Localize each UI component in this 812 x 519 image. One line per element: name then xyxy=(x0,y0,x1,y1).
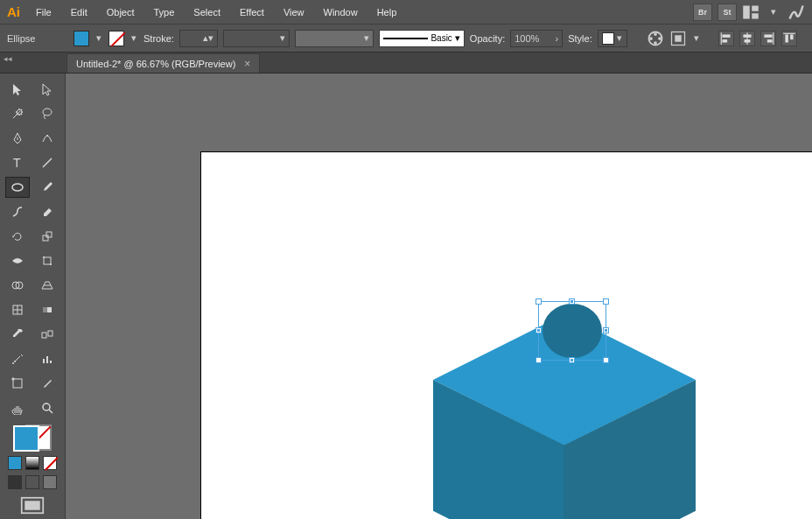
anchor-point[interactable] xyxy=(570,358,574,362)
ellipse-tool[interactable] xyxy=(5,177,30,198)
align-top-button[interactable] xyxy=(781,31,797,46)
width-tool[interactable] xyxy=(5,250,30,271)
menu-edit[interactable]: Edit xyxy=(64,4,94,21)
pencil-tool[interactable] xyxy=(5,201,30,222)
draw-behind-button[interactable] xyxy=(25,475,39,489)
menu-type[interactable]: Type xyxy=(147,4,182,21)
document-tab[interactable]: Untitled-2* @ 66.67% (RGB/Preview) × xyxy=(66,53,260,73)
perspective-grid-tool[interactable] xyxy=(35,275,60,296)
menu-object[interactable]: Object xyxy=(100,4,142,21)
blend-tool[interactable] xyxy=(35,324,60,345)
free-transform-tool[interactable] xyxy=(35,250,60,271)
opacity-label: Opacity: xyxy=(470,33,505,44)
stroke-dropdown-icon[interactable]: ▾ xyxy=(130,31,138,46)
fill-dropdown-icon[interactable]: ▾ xyxy=(94,31,103,46)
shape-builder-tool[interactable] xyxy=(5,275,30,296)
fill-indicator[interactable] xyxy=(13,425,39,452)
color-mode-button[interactable] xyxy=(8,456,22,470)
anchor-point[interactable] xyxy=(536,328,541,333)
svg-rect-17 xyxy=(764,34,772,37)
anchor-point[interactable] xyxy=(570,299,574,304)
align-left-button[interactable] xyxy=(718,31,734,46)
svg-point-26 xyxy=(12,184,23,191)
resize-handle[interactable] xyxy=(603,357,609,363)
arrange-documents-icon[interactable] xyxy=(742,4,760,21)
fill-stroke-indicator[interactable] xyxy=(13,425,52,451)
svg-rect-21 xyxy=(790,34,793,39)
direct-selection-tool[interactable] xyxy=(35,79,60,100)
gradient-tool[interactable] xyxy=(35,299,60,320)
fill-swatch[interactable] xyxy=(74,31,89,46)
menu-file[interactable]: File xyxy=(29,4,59,21)
align-center-h-button[interactable] xyxy=(739,31,755,46)
close-icon[interactable]: × xyxy=(244,58,250,70)
anchor-point[interactable] xyxy=(604,328,608,333)
svg-line-50 xyxy=(49,410,52,413)
eraser-tool[interactable] xyxy=(35,201,60,222)
brush-definition[interactable]: Basic ▾ xyxy=(379,30,465,47)
menu-view[interactable]: View xyxy=(276,4,312,21)
curvature-tool[interactable] xyxy=(35,128,60,149)
menu-window[interactable]: Window xyxy=(317,4,365,21)
stock-button[interactable]: St xyxy=(718,4,737,21)
eyedropper-tool[interactable] xyxy=(5,324,30,345)
graphic-style[interactable]: ▾ xyxy=(598,30,627,47)
slice-tool[interactable] xyxy=(35,373,60,394)
rotate-tool[interactable] xyxy=(5,226,30,247)
svg-rect-20 xyxy=(785,34,788,42)
app-logo: Ai xyxy=(7,4,20,19)
pen-tool[interactable] xyxy=(5,128,30,149)
selected-tool-label: Ellipse xyxy=(7,33,68,44)
zoom-tool[interactable] xyxy=(35,397,60,418)
resize-handle[interactable] xyxy=(536,357,542,363)
hand-tool[interactable] xyxy=(5,397,30,418)
menu-effect[interactable]: Effect xyxy=(233,4,271,21)
line-tool[interactable] xyxy=(35,152,60,173)
svg-point-22 xyxy=(43,109,52,116)
gradient-mode-button[interactable] xyxy=(25,456,39,470)
scale-tool[interactable] xyxy=(35,226,60,247)
chevron-down-icon[interactable]: ▾ xyxy=(280,32,285,44)
type-tool[interactable]: T xyxy=(5,152,30,173)
bridge-button[interactable]: Br xyxy=(693,4,712,21)
resize-handle[interactable] xyxy=(603,298,609,305)
chevron-down-icon[interactable]: ▾ xyxy=(765,4,782,21)
column-graph-tool[interactable] xyxy=(35,348,60,369)
opacity-input[interactable]: 100%› xyxy=(510,30,563,47)
recolor-artwork-icon[interactable] xyxy=(647,30,664,47)
stepper-icon[interactable]: ▴▾ xyxy=(203,32,214,44)
menu-bar: Ai File Edit Object Type Select Effect V… xyxy=(0,0,812,25)
menu-help[interactable]: Help xyxy=(370,4,404,21)
draw-inside-button[interactable] xyxy=(43,475,57,489)
selection-tool[interactable] xyxy=(5,79,30,100)
collapse-panel-icon[interactable]: ◂◂ xyxy=(4,54,12,63)
menu-select[interactable]: Select xyxy=(186,4,228,21)
selection-bounding-box[interactable] xyxy=(538,301,606,361)
align-right-button[interactable] xyxy=(760,31,776,46)
chevron-down-icon[interactable]: ▾ xyxy=(692,31,701,46)
lasso-tool[interactable] xyxy=(35,103,60,124)
variable-width-profile[interactable]: ▾ xyxy=(223,30,290,47)
mesh-tool[interactable] xyxy=(5,299,30,320)
symbol-sprayer-tool[interactable] xyxy=(5,348,30,369)
draw-normal-button[interactable] xyxy=(8,475,22,489)
none-mode-button[interactable] xyxy=(43,456,57,470)
gpu-performance-icon[interactable] xyxy=(788,4,805,21)
align-panel-icon[interactable] xyxy=(669,30,687,47)
resize-handle[interactable] xyxy=(536,298,542,305)
screen-mode-button[interactable] xyxy=(20,496,45,514)
control-bar: Ellipse ▾ ▾ Stroke: ▴▾ ▾ ▾ Basic ▾ Opaci… xyxy=(0,25,812,53)
paintbrush-tool[interactable] xyxy=(35,177,60,198)
style-label: Style: xyxy=(568,33,592,44)
svg-point-5 xyxy=(658,37,662,40)
svg-point-42 xyxy=(14,361,16,362)
svg-rect-40 xyxy=(48,331,52,336)
svg-rect-52 xyxy=(24,501,40,510)
svg-point-7 xyxy=(649,37,653,40)
artboard-tool[interactable] xyxy=(5,373,30,394)
svg-rect-12 xyxy=(722,39,727,42)
stroke-swatch[interactable] xyxy=(108,31,124,46)
stroke-weight-input[interactable]: ▴▾ xyxy=(179,30,218,47)
canvas[interactable] xyxy=(66,74,812,519)
magic-wand-tool[interactable] xyxy=(5,103,30,124)
